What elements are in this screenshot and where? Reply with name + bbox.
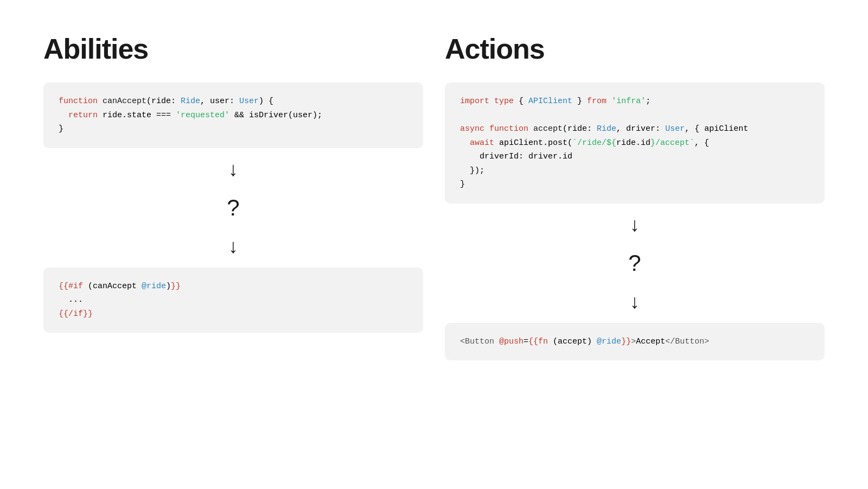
abilities-arrow-2: ↓ (43, 235, 423, 258)
actions-code-block-2: <Button @push={{fn (accept) @ride}}>Acce… (445, 323, 825, 361)
actions-arrow-2: ↓ (445, 290, 825, 313)
abilities-question: ? (43, 195, 423, 221)
actions-code-block-1: import type { APIClient } from 'infra'; … (445, 82, 825, 204)
actions-title: Actions (445, 33, 825, 65)
abilities-column: Abilities function canAccept(ride: Ride,… (43, 33, 423, 360)
main-layout: Abilities function canAccept(ride: Ride,… (43, 33, 825, 360)
abilities-arrow-1: ↓ (43, 158, 423, 181)
abilities-title: Abilities (43, 33, 423, 65)
actions-question: ? (445, 250, 825, 276)
abilities-code-block-1: function canAccept(ride: Ride, user: Use… (43, 82, 423, 148)
abilities-code-block-2: {{#if (canAccept @ride)}} ... {{/if}} (43, 268, 423, 333)
actions-arrow-1: ↓ (445, 213, 825, 236)
actions-column: Actions import type { APIClient } from '… (445, 33, 825, 360)
